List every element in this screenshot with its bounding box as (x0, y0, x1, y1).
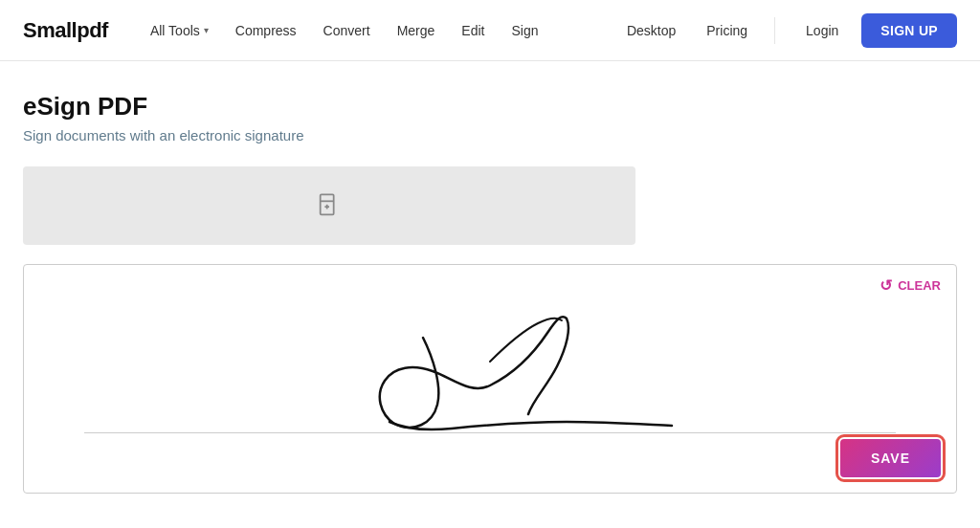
right-nav: Desktop Pricing Login SIGN UP (615, 13, 957, 48)
save-button[interactable]: SAVE (840, 439, 941, 477)
signature-baseline (84, 432, 896, 433)
signup-button[interactable]: SIGN UP (861, 13, 957, 48)
nav-convert[interactable]: Convert (312, 15, 382, 46)
signature-canvas[interactable] (39, 280, 941, 452)
nav-desktop[interactable]: Desktop (615, 15, 687, 46)
nav-pricing[interactable]: Pricing (695, 15, 759, 46)
chevron-down-icon: ▾ (204, 25, 209, 35)
page-title: eSign PDF (23, 92, 800, 121)
login-button[interactable]: Login (791, 15, 854, 46)
nav-all-tools[interactable]: All Tools ▾ (139, 15, 220, 46)
main-nav: All Tools ▾ Compress Convert Merge Edit … (139, 15, 615, 46)
page-subtitle: Sign documents with an electronic signat… (23, 127, 800, 143)
signature-panel[interactable]: ↺ CLEAR SAVE (23, 264, 957, 494)
nav-edit[interactable]: Edit (450, 15, 496, 46)
signature-svg (39, 280, 941, 452)
svg-rect-0 (321, 194, 334, 214)
nav-compress[interactable]: Compress (224, 15, 308, 46)
save-button-container: SAVE (840, 439, 941, 477)
site-header: Smallpdf All Tools ▾ Compress Convert Me… (0, 0, 980, 61)
nav-divider (774, 17, 775, 44)
upload-area[interactable] (23, 166, 635, 245)
nav-sign[interactable]: Sign (500, 15, 549, 46)
file-upload-icon (316, 192, 343, 219)
logo[interactable]: Smallpdf (23, 18, 108, 43)
main-content: eSign PDF Sign documents with an electro… (0, 61, 823, 524)
nav-merge[interactable]: Merge (386, 15, 447, 46)
